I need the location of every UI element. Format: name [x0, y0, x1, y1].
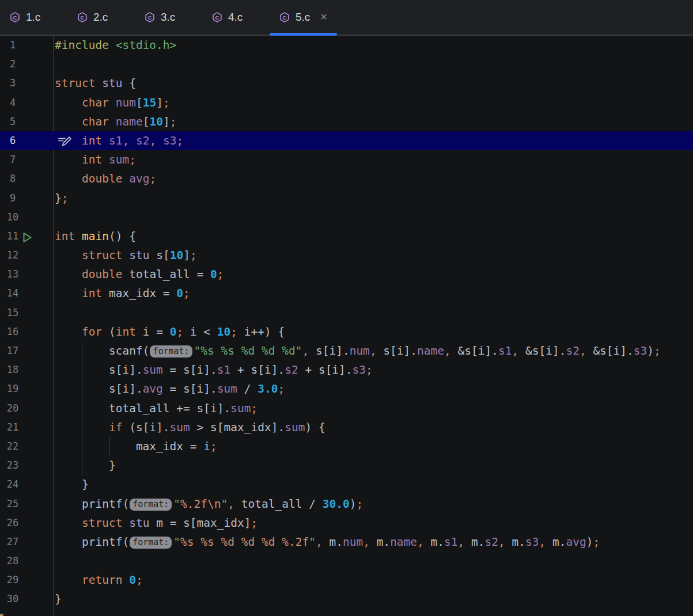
gutter-cell[interactable]: 14	[0, 284, 54, 303]
code-text[interactable]: double total_all = 0;	[54, 265, 693, 284]
code-line[interactable]: 26 struct stu m = s[max_idx];	[0, 514, 693, 533]
code-text[interactable]: struct stu m = s[max_idx];	[54, 514, 693, 533]
code-line[interactable]: 9};	[0, 189, 693, 208]
code-text[interactable]: scanf(format:"%s %s %d %d %d", s[i].num,…	[54, 341, 693, 360]
code-line[interactable]: 3struct stu {	[0, 74, 693, 93]
gutter-cell[interactable]: 8	[0, 169, 54, 188]
gutter-cell[interactable]: 26	[0, 514, 54, 533]
gutter-cell[interactable]: 10	[0, 208, 54, 227]
code-line[interactable]: 10	[0, 208, 693, 227]
code-line[interactable]: 7 int sum;	[0, 150, 693, 169]
code-text[interactable]: int sum;	[54, 150, 693, 169]
code-text[interactable]: printf(format:"%.2f\n", total_all / 30.0…	[54, 495, 693, 514]
code-line[interactable]: 29 return 0;	[0, 571, 693, 590]
c-file-icon: C	[77, 11, 88, 24]
code-text[interactable]: char name[10];	[54, 112, 693, 131]
code-line[interactable]: 23 }	[0, 456, 693, 475]
code-line[interactable]: 14 int max_idx = 0;	[0, 284, 693, 303]
gutter-cell[interactable]: 5	[0, 112, 54, 131]
gutter-cell[interactable]: 1	[0, 36, 54, 55]
code-text[interactable]: int s1, s2, s3;	[54, 131, 693, 150]
code-line[interactable]: 22 max_idx = i;	[0, 437, 693, 456]
code-text[interactable]: #include <stdio.h>	[54, 36, 693, 55]
gutter-cell[interactable]: 22	[0, 437, 54, 456]
code-text[interactable]: }	[54, 475, 693, 494]
gutter-cell[interactable]: 7	[0, 150, 54, 169]
code-text[interactable]: }	[54, 456, 693, 475]
code-text[interactable]: double avg;	[54, 169, 693, 188]
tab-2.c[interactable]: C2.c	[67, 0, 135, 35]
tab-3.c[interactable]: C3.c	[135, 0, 202, 35]
code-line[interactable]: 12 struct stu s[10];	[0, 246, 693, 265]
code-line[interactable]: 2	[0, 55, 693, 74]
gutter-cell[interactable]: 20	[0, 399, 54, 418]
code-text[interactable]: s[i].sum = s[i].s1 + s[i].s2 + s[i].s3;	[54, 360, 693, 379]
gutter-cell[interactable]: 3	[0, 74, 54, 93]
code-text[interactable]	[54, 303, 693, 322]
tab-1.c[interactable]: C1.c	[0, 0, 67, 35]
editor[interactable]: 1#include <stdio.h>23struct stu {4 char …	[0, 36, 693, 616]
gutter-cell[interactable]: 18	[0, 360, 54, 379]
gutter-cell[interactable]: 19	[0, 379, 54, 398]
code-text[interactable]: return 0;	[54, 571, 693, 590]
code-line[interactable]: 8 double avg;	[0, 169, 693, 188]
code-text[interactable]: int main() {	[54, 227, 693, 246]
gutter-cell[interactable]: 27	[0, 533, 54, 552]
code-text[interactable]: }	[54, 590, 693, 609]
gutter-cell[interactable]: 23	[0, 456, 54, 475]
code-line[interactable]: 30}	[0, 590, 693, 609]
gutter-cell[interactable]: 13	[0, 265, 54, 284]
code-line[interactable]: 24 }	[0, 475, 693, 494]
gutter-cell[interactable]: 30	[0, 590, 54, 609]
gutter-cell[interactable]: 17	[0, 341, 54, 360]
gutter-cell[interactable]: 28	[0, 552, 54, 571]
gutter-cell[interactable]: 11	[0, 227, 54, 246]
gutter-cell[interactable]: 21	[0, 418, 54, 437]
code-text[interactable]: total_all += s[i].sum;	[54, 399, 693, 418]
code-text[interactable]: char num[15];	[54, 93, 693, 112]
code-text[interactable]: int max_idx = 0;	[54, 284, 693, 303]
code-text[interactable]: max_idx = i;	[54, 437, 693, 456]
code-line[interactable]: 17 scanf(format:"%s %s %d %d %d", s[i].n…	[0, 341, 693, 360]
gutter-cell[interactable]: 15	[0, 303, 54, 322]
code-line[interactable]: 15	[0, 303, 693, 322]
gutter-cell[interactable]: 12	[0, 246, 54, 265]
code-line[interactable]: 27 printf(format:"%s %s %d %d %d %.2f", …	[0, 533, 693, 552]
gutter-cell[interactable]: 25	[0, 495, 54, 514]
gutter-cell[interactable]: 2	[0, 55, 54, 74]
code-line[interactable]: 18 s[i].sum = s[i].s1 + s[i].s2 + s[i].s…	[0, 360, 693, 379]
code-text[interactable]	[54, 552, 693, 571]
gutter-cell[interactable]: 16	[0, 322, 54, 341]
code-line[interactable]: 20 total_all += s[i].sum;	[0, 399, 693, 418]
gutter-cell[interactable]: 24	[0, 475, 54, 494]
close-icon[interactable]: ✕	[320, 13, 327, 22]
code-line[interactable]: 4 char num[15];	[0, 93, 693, 112]
code-text[interactable]: printf(format:"%s %s %d %d %d %.2f", m.n…	[54, 533, 693, 552]
code-text[interactable]	[54, 55, 693, 74]
code-text[interactable]: for (int i = 0; i < 10; i++) {	[54, 322, 693, 341]
code-text[interactable]	[54, 208, 693, 227]
code-line[interactable]: 19 s[i].avg = s[i].sum / 3.0;	[0, 379, 693, 398]
code-text[interactable]: s[i].avg = s[i].sum / 3.0;	[54, 379, 693, 398]
run-icon[interactable]	[21, 231, 33, 244]
code-text[interactable]: struct stu {	[54, 74, 693, 93]
code-line[interactable]: 6 int s1, s2, s3;	[0, 131, 693, 150]
gutter-cell[interactable]: 4	[0, 93, 54, 112]
code-text[interactable]: };	[54, 189, 693, 208]
code-line[interactable]: 11int main() {	[0, 227, 693, 246]
code-text[interactable]: if (s[i].sum > s[max_idx].sum) {	[54, 418, 693, 437]
code-line[interactable]: 25 printf(format:"%.2f\n", total_all / 3…	[0, 495, 693, 514]
tab-5.c[interactable]: C5.c✕	[270, 0, 337, 35]
code-line[interactable]: 1#include <stdio.h>	[0, 36, 693, 55]
gutter-cell[interactable]: 6	[0, 131, 54, 150]
gutter-cell[interactable]: 9	[0, 189, 54, 208]
tab-4.c[interactable]: C4.c	[202, 0, 270, 35]
edit-pencil-icon[interactable]	[58, 135, 73, 148]
code-line[interactable]: 16 for (int i = 0; i < 10; i++) {	[0, 322, 693, 341]
code-line[interactable]: 5 char name[10];	[0, 112, 693, 131]
code-text[interactable]: struct stu s[10];	[54, 246, 693, 265]
gutter-cell[interactable]: 29	[0, 571, 54, 590]
code-line[interactable]: 28	[0, 552, 693, 571]
code-line[interactable]: 13 double total_all = 0;	[0, 265, 693, 284]
code-line[interactable]: 21 if (s[i].sum > s[max_idx].sum) {	[0, 418, 693, 437]
